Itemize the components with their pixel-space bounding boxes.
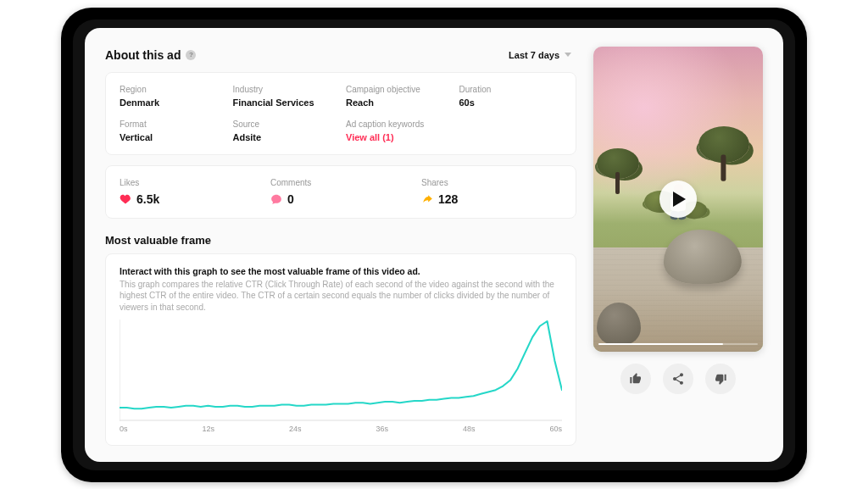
page-title: About this ad — [105, 48, 181, 62]
likes-label: Likes — [120, 178, 260, 187]
shares-label: Shares — [421, 178, 562, 187]
x-tick: 0s — [120, 425, 128, 433]
meta-empty — [459, 119, 563, 142]
x-tick: 12s — [202, 425, 214, 433]
meta-industry: Industry Financial Services — [233, 85, 337, 108]
x-tick: 24s — [289, 425, 302, 433]
meta-value: Vertical — [120, 132, 223, 142]
share-arrow-icon — [421, 193, 433, 205]
date-range-label: Last 7 days — [509, 50, 559, 60]
chevron-down-icon — [565, 53, 571, 57]
x-tick: 36s — [376, 425, 388, 433]
meta-value: Financial Services — [233, 97, 337, 108]
meta-value: Denmark — [120, 97, 223, 108]
thumbs-down-button[interactable] — [705, 364, 736, 394]
share-node-icon — [671, 372, 685, 386]
chart-instruction: Interact with this graph to see the most… — [120, 266, 562, 276]
engagement-card: Likes 6.5k Comments 0 Shares — [105, 165, 576, 219]
view-all-keywords-link[interactable]: View all (1) — [346, 132, 449, 142]
thumbs-down-icon — [714, 372, 727, 386]
play-button[interactable] — [659, 181, 697, 218]
header-row: About this ad ? Last 7 days — [105, 47, 576, 64]
meta-label: Region — [120, 85, 223, 94]
mvf-title: Most valuable frame — [105, 234, 576, 247]
meta-label: Source — [233, 119, 337, 129]
comment-icon — [270, 193, 282, 205]
comments-label: Comments — [270, 178, 411, 187]
meta-label: Industry — [233, 85, 337, 94]
comments-value: 0 — [287, 192, 294, 206]
thumbs-up-button[interactable] — [620, 364, 651, 394]
page-title-wrap: About this ad ? — [105, 48, 196, 62]
video-progress-bar[interactable] — [598, 343, 758, 345]
chart-instruction-sub: This graph compares the relative CTR (Cl… — [120, 279, 562, 314]
ctr-line-chart[interactable] — [120, 320, 562, 421]
share-button[interactable] — [663, 364, 693, 394]
meta-value: Adsite — [233, 132, 337, 142]
x-axis-ticks: 0s12s24s36s48s60s — [120, 425, 562, 433]
meta-label: Format — [120, 119, 223, 129]
shares-block: Shares 128 — [421, 178, 562, 206]
device-bezel: About this ad ? Last 7 days Region Denma… — [73, 19, 795, 470]
likes-value: 6.5k — [136, 192, 159, 206]
ad-video-preview[interactable] — [593, 47, 763, 352]
meta-source: Source Adsite — [233, 119, 337, 142]
x-tick: 60s — [549, 425, 562, 433]
meta-region: Region Denmark — [120, 85, 223, 108]
meta-value: Reach — [346, 97, 449, 108]
right-column — [593, 47, 763, 455]
comments-block: Comments 0 — [270, 178, 411, 206]
chart-area[interactable]: 0s12s24s36s48s60s — [120, 320, 562, 433]
meta-keywords: Ad caption keywords View all (1) — [346, 119, 449, 142]
meta-format: Format Vertical — [120, 119, 223, 142]
meta-label: Duration — [459, 85, 563, 94]
likes-block: Likes 6.5k — [120, 178, 260, 206]
shares-value: 128 — [438, 192, 458, 206]
scene-tree — [698, 126, 760, 187]
play-icon — [673, 192, 686, 207]
thumbs-up-icon — [629, 372, 643, 386]
ad-meta-card: Region Denmark Industry Financial Servic… — [105, 72, 576, 155]
chart-card: Interact with this graph to see the most… — [105, 253, 576, 447]
scene-tree — [597, 148, 648, 199]
info-icon[interactable]: ? — [186, 50, 196, 60]
device-frame: About this ad ? Last 7 days Region Denma… — [61, 8, 807, 482]
meta-value: 60s — [459, 97, 563, 108]
meta-grid: Region Denmark Industry Financial Servic… — [120, 85, 562, 142]
feedback-actions — [593, 364, 763, 394]
app-screen: About this ad ? Last 7 days Region Denma… — [85, 28, 783, 462]
meta-label: Campaign objective — [346, 85, 449, 94]
left-column: About this ad ? Last 7 days Region Denma… — [105, 47, 576, 455]
heart-icon — [120, 193, 131, 205]
meta-objective: Campaign objective Reach — [346, 85, 449, 108]
meta-label: Ad caption keywords — [346, 119, 449, 129]
date-range-selector[interactable]: Last 7 days — [504, 47, 576, 64]
meta-duration: Duration 60s — [459, 85, 563, 108]
x-tick: 48s — [463, 425, 476, 433]
